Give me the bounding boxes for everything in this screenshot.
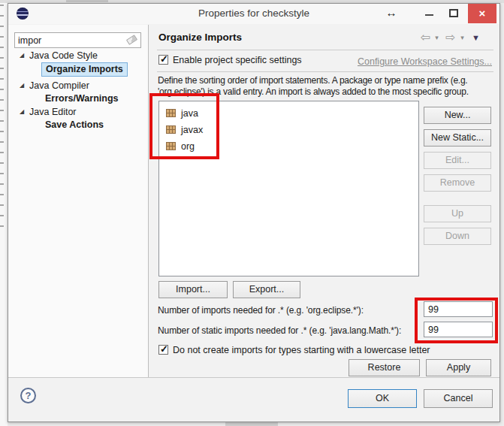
import-group-label: java — [181, 108, 198, 119]
page-title: Organize Imports — [158, 32, 242, 43]
import-group-item[interactable]: java — [164, 105, 414, 122]
dialog-footer: ? OK Cancel — [8, 377, 499, 421]
remove-button[interactable]: Remove — [424, 174, 491, 192]
background-text-fragments — [0, 5, 4, 230]
filter-search-box — [14, 32, 141, 48]
main-panel: Organize Imports ⇦ ▾ ⇨ ▾ ▼ Enable projec… — [149, 25, 499, 377]
separator — [157, 50, 493, 50]
import-group-item[interactable]: javax — [164, 122, 414, 138]
tree-item-label: Java Editor — [29, 107, 77, 117]
static-imports-needed-input[interactable] — [424, 323, 492, 337]
imports-needed-field-wrap — [424, 301, 493, 317]
resize-icon[interactable]: ↔ — [383, 6, 400, 19]
import-order-list[interactable]: java javax org — [158, 101, 419, 276]
up-button[interactable]: Up — [424, 205, 491, 222]
imports-needed-label: Number of imports needed for .* (e.g. 'o… — [158, 305, 364, 316]
lowercase-imports-label[interactable]: Do not create imports for types starting… — [173, 345, 430, 355]
lowercase-imports-row: Do not create imports for types starting… — [158, 345, 430, 355]
dialog-body: ◢ Java Code Style Organize Imports ◢ Jav… — [8, 25, 499, 377]
description-line-2: 'org.eclipse') is a valid entry. An impo… — [158, 86, 497, 98]
forward-arrow-icon[interactable]: ⇨ — [445, 30, 455, 44]
tree-expand-icon[interactable]: ◢ — [20, 108, 24, 115]
new-button[interactable]: New... — [424, 107, 491, 124]
package-icon — [166, 109, 176, 117]
import-button[interactable]: Import... — [158, 281, 228, 298]
ok-button[interactable]: OK — [348, 389, 417, 408]
close-button[interactable]: × — [468, 4, 496, 23]
import-group-label: org — [181, 141, 195, 152]
maximize-button[interactable] — [444, 4, 463, 23]
background-top-fragment — [66, 0, 108, 2]
page-navigation: ⇦ ▾ ⇨ ▾ ▼ — [419, 30, 480, 44]
separator — [157, 71, 493, 72]
clear-filter-icon[interactable] — [126, 35, 137, 45]
tree-item-label-selected: Organize Imports — [41, 62, 128, 77]
import-group-label: javax — [181, 125, 203, 135]
sidebar: ◢ Java Code Style Organize Imports ◢ Jav… — [8, 25, 149, 377]
edit-button[interactable]: Edit... — [424, 152, 491, 169]
maximize-icon — [449, 9, 458, 17]
back-dropdown-icon[interactable]: ▾ — [435, 34, 439, 41]
minimize-button[interactable] — [420, 4, 439, 23]
enable-project-settings-label[interactable]: Enable project specific settings — [173, 55, 302, 65]
restore-defaults-button[interactable]: Restore Defaults — [349, 359, 420, 376]
new-static-button[interactable]: New Static... — [424, 129, 491, 147]
description-text: Define the sorting order of import state… — [158, 75, 497, 98]
down-button[interactable]: Down — [424, 228, 491, 245]
cancel-button[interactable]: Cancel — [424, 389, 493, 408]
configure-workspace-settings-link[interactable]: Configure Workspace Settings... — [358, 56, 492, 67]
lowercase-imports-checkbox[interactable] — [158, 345, 168, 355]
back-arrow-icon[interactable]: ⇦ — [420, 30, 430, 44]
tree-item-label: Errors/Warnings — [45, 93, 118, 104]
static-imports-needed-label: Number of static imports needed for .* (… — [158, 325, 401, 336]
enable-project-settings-row: Enable project specific settings — [158, 55, 302, 65]
forward-dropdown-icon[interactable]: ▾ — [460, 34, 464, 41]
package-icon — [166, 142, 176, 150]
tree-item-label: Java Code Style — [29, 50, 98, 61]
export-button[interactable]: Export... — [233, 281, 300, 298]
help-button[interactable]: ? — [20, 388, 36, 403]
tree-item-label: Java Compiler — [29, 80, 89, 91]
screen: Properties for checkstyle ↔ × ◢ Java Cod… — [0, 0, 504, 426]
package-icon — [166, 125, 176, 134]
minimize-icon — [425, 14, 433, 16]
view-menu-icon[interactable]: ▼ — [472, 33, 480, 42]
enable-project-settings-checkbox[interactable] — [158, 55, 168, 65]
tree-item-label: Save Actions — [45, 119, 104, 130]
apply-button[interactable]: Apply — [426, 359, 491, 376]
description-line-1: Define the sorting order of import state… — [158, 75, 497, 86]
background-bottom-fragment — [225, 422, 278, 426]
tree-expand-icon[interactable]: ◢ — [20, 82, 24, 89]
imports-needed-input[interactable] — [424, 303, 492, 317]
import-group-item[interactable]: org — [164, 138, 414, 155]
tree-expand-icon[interactable]: ◢ — [20, 52, 24, 59]
properties-dialog: Properties for checkstyle ↔ × ◢ Java Cod… — [8, 3, 500, 422]
filter-input[interactable] — [18, 34, 123, 47]
static-imports-needed-field-wrap — [424, 322, 493, 337]
titlebar[interactable]: Properties for checkstyle ↔ × — [8, 4, 499, 24]
